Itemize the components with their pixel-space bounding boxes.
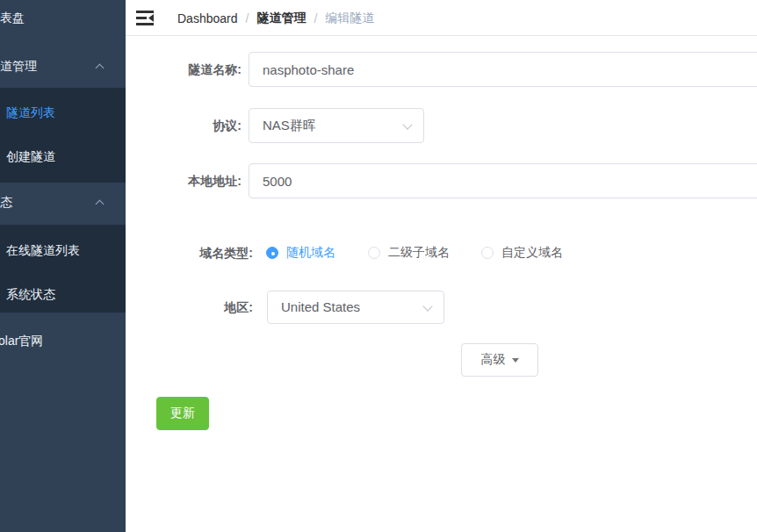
main-content: Dashboard / 隧道管理 / 编辑隧道 隧道名称: 协议: NAS群晖 … — [126, 0, 757, 532]
local-address-label: 本地地址: — [158, 163, 242, 198]
radio-label: 二级子域名 — [388, 245, 450, 261]
advanced-button-label: 高级 — [481, 352, 506, 368]
region-selected-value: United States — [281, 299, 360, 314]
breadcrumb-tunnel-management[interactable]: 隧道管理 — [256, 11, 306, 26]
radio-unselected-icon — [481, 247, 494, 259]
sidebar-item-tunnel-list[interactable]: 隧道列表 — [0, 100, 126, 125]
chevron-up-icon — [96, 200, 105, 209]
breadcrumb: Dashboard / 隧道管理 / 编辑隧道 — [177, 0, 374, 36]
local-address-input[interactable] — [249, 163, 757, 198]
domain-type-radio-group: 随机域名 二级子域名 自定义域名 — [266, 244, 563, 262]
sidebar-item-dashboard[interactable]: 表盘 — [0, 5, 126, 30]
radio-subdomain[interactable]: 二级子域名 — [368, 245, 450, 261]
breadcrumb-edit-tunnel: 编辑隧道 — [325, 11, 374, 26]
sidebar-item-label: 创建隧道 — [6, 144, 55, 169]
sidebar-item-label: 隧道列表 — [6, 100, 55, 125]
sidebar-item-system-status[interactable]: 系统状态 — [0, 282, 126, 306]
radio-random-domain[interactable]: 随机域名 — [266, 245, 335, 261]
sidebar-item-label: 态 — [0, 190, 12, 214]
update-button-label: 更新 — [170, 406, 195, 421]
sidebar: 表盘 道管理 隧道列表 创建隧道 态 在线隧道列表 系统状态 olar官网 — [0, 0, 126, 532]
radio-unselected-icon — [368, 247, 380, 259]
chevron-down-icon — [422, 301, 432, 311]
sidebar-item-tunnel-management[interactable]: 道管理 — [0, 54, 126, 78]
sidebar-item-create-tunnel[interactable]: 创建隧道 — [0, 144, 126, 169]
chevron-down-icon — [402, 119, 412, 129]
sidebar-item-official-site[interactable]: olar官网 — [0, 328, 126, 353]
breadcrumb-separator: / — [314, 11, 317, 25]
protocol-selected-value: NAS群晖 — [263, 118, 316, 133]
domain-type-label: 域名类型: — [158, 244, 253, 262]
tunnel-name-label: 隧道名称: — [158, 52, 242, 87]
sidebar-item-label: 系统状态 — [6, 282, 55, 306]
radio-selected-icon — [266, 247, 278, 259]
radio-custom-domain[interactable]: 自定义域名 — [481, 245, 563, 261]
sidebar-item-label: 道管理 — [0, 54, 37, 78]
sidebar-item-label: 表盘 — [0, 5, 25, 30]
tunnel-name-input[interactable] — [249, 52, 757, 87]
protocol-label: 协议: — [158, 108, 242, 143]
radio-label: 随机域名 — [286, 245, 335, 261]
sidebar-item-online-tunnel-list[interactable]: 在线隧道列表 — [0, 238, 126, 262]
caret-down-icon — [512, 358, 519, 363]
update-button[interactable]: 更新 — [156, 397, 209, 430]
advanced-button[interactable]: 高级 — [461, 343, 538, 377]
sidebar-collapse-icon[interactable] — [136, 11, 154, 25]
protocol-select[interactable]: NAS群晖 — [249, 108, 424, 143]
region-select[interactable]: United States — [267, 291, 444, 324]
sidebar-item-label: 在线隧道列表 — [6, 238, 80, 262]
radio-label: 自定义域名 — [501, 245, 563, 261]
chevron-up-icon — [96, 64, 105, 73]
breadcrumb-separator: / — [246, 11, 249, 25]
region-label: 地区: — [176, 291, 253, 324]
top-bar: Dashboard / 隧道管理 / 编辑隧道 — [126, 0, 757, 36]
sidebar-item-label: olar官网 — [0, 328, 43, 353]
breadcrumb-dashboard[interactable]: Dashboard — [177, 11, 238, 25]
sidebar-item-status[interactable]: 态 — [0, 190, 126, 214]
